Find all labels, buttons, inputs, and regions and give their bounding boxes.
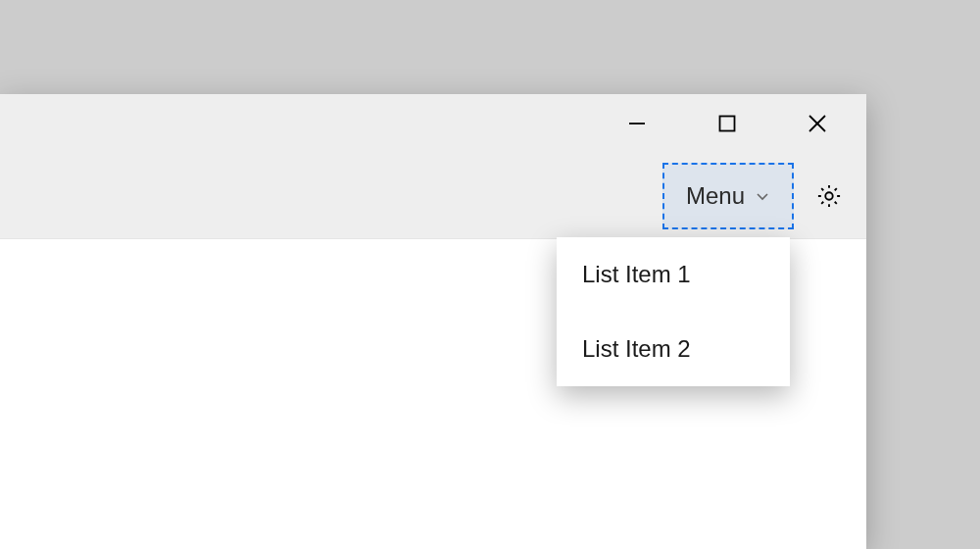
settings-button[interactable]: [802, 169, 857, 224]
svg-rect-1: [720, 117, 735, 131]
chevron-down-icon: [755, 182, 770, 210]
maximize-button[interactable]: [682, 94, 772, 153]
menu-dropdown: List Item 1 List Item 2: [557, 237, 790, 386]
dropdown-item-label: List Item 1: [582, 261, 691, 287]
close-icon: [808, 114, 827, 133]
close-button[interactable]: [772, 94, 862, 153]
maximize-icon: [717, 114, 737, 133]
menu-dropdown-button[interactable]: Menu: [662, 163, 794, 229]
minimize-icon: [627, 114, 647, 133]
dropdown-item[interactable]: List Item 1: [557, 237, 790, 312]
titlebar: [0, 94, 866, 153]
toolbar: Menu: [0, 153, 866, 239]
menu-label: Menu: [686, 182, 745, 210]
dropdown-item[interactable]: List Item 2: [557, 312, 790, 386]
svg-point-4: [825, 192, 832, 199]
app-window: Menu List Item 1 List Item 2: [0, 94, 866, 549]
gear-icon: [815, 182, 843, 210]
content-area: List Item 1 List Item 2: [0, 239, 866, 549]
minimize-button[interactable]: [592, 94, 682, 153]
dropdown-item-label: List Item 2: [582, 335, 691, 362]
